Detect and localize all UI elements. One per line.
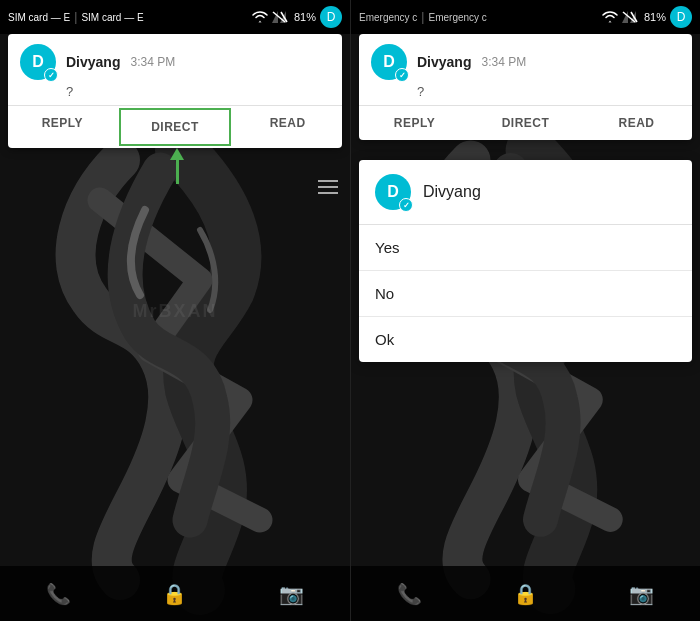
emergency-tab1: Emergency c [359,12,417,23]
notification-sender-right: Divyang [417,54,471,70]
status-bar-left: SIM card — E | SIM card — E 81% D [0,0,350,34]
signal-icon-right [622,11,640,23]
notification-message-left: ? [8,84,342,105]
camera-icon-right[interactable]: 📷 [629,582,654,606]
avatar-checkmark: ✓ [44,68,58,82]
notification-time-left: 3:34 PM [130,55,175,69]
arrow-head [170,148,184,160]
bottom-nav-right: 📞 🔒 📷 [351,566,700,621]
sim1-label: SIM card — E [8,12,70,23]
arrow-indicator [170,148,184,184]
phone-icon-left[interactable]: 📞 [46,582,71,606]
notification-avatar-right: D ✓ [371,44,407,80]
menu-lines-icon [318,180,338,194]
user-avatar-icon-right: D [670,6,692,28]
user-avatar-icon: D [320,6,342,28]
notification-sender-left: Divyang [66,54,120,70]
notification-time-right: 3:34 PM [481,55,526,69]
reply-popup-checkmark: ✓ [399,198,413,212]
lock-icon-right[interactable]: 🔒 [513,582,538,606]
reply-option-no[interactable]: No [359,271,692,317]
reply-popup-sender: Divyang [423,183,481,201]
reply-button-left[interactable]: REPLY [8,106,117,148]
direct-button-right[interactable]: DIRECT [470,106,581,140]
right-screen: Emergency c | Emergency c 81% D D [350,0,700,621]
reply-popup-avatar: D ✓ [375,174,411,210]
reply-button-right[interactable]: REPLY [359,106,470,140]
camera-icon-left[interactable]: 📷 [279,582,304,606]
read-button-left[interactable]: READ [233,106,342,148]
notification-avatar-left: D ✓ [20,44,56,80]
phone-icon-right[interactable]: 📞 [397,582,422,606]
reply-popup-header: D ✓ Divyang [359,160,692,225]
battery-label-right: 81% [644,11,666,23]
bottom-nav-left: 📞 🔒 📷 [0,566,350,621]
status-bar-right: Emergency c | Emergency c 81% D [351,0,700,34]
wifi-icon-right [602,11,618,23]
arrow-shaft [176,160,179,184]
emergency-tab2: Emergency c [428,12,486,23]
signal-icon [272,11,290,23]
battery-label: 81% [294,11,316,23]
read-button-right[interactable]: READ [581,106,692,140]
left-screen: SIM card — E | SIM card — E 81% D [0,0,350,621]
lock-icon-left[interactable]: 🔒 [162,582,187,606]
notification-card-left: D ✓ Divyang 3:34 PM ? REPLY DIRECT READ [8,34,342,148]
reply-option-ok[interactable]: Ok [359,317,692,362]
watermark: MrBXAN [132,300,217,321]
direct-reply-popup: D ✓ Divyang Yes No Ok [359,160,692,362]
direct-button-left[interactable]: DIRECT [119,108,232,146]
notification-message-right: ? [359,84,692,105]
notification-actions-left: REPLY DIRECT READ [8,105,342,148]
sim2-label: SIM card — E [81,12,143,23]
notification-actions-right: REPLY DIRECT READ [359,105,692,140]
wifi-icon [252,11,268,23]
notification-card-right: D ✓ Divyang 3:34 PM ? REPLY DIRECT READ [359,34,692,140]
reply-option-yes[interactable]: Yes [359,225,692,271]
avatar-checkmark-right: ✓ [395,68,409,82]
